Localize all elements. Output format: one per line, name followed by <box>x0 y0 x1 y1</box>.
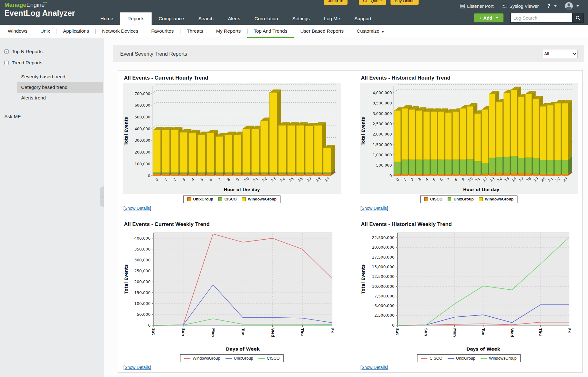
chart-legend: WindowsGroupUnixGroupCISCO <box>180 354 284 362</box>
svg-text:17,500,000: 17,500,000 <box>372 255 394 259</box>
legend-item: UnixGroup <box>187 197 213 201</box>
sidebar-group-top-n-reports[interactable]: + Top N Reports <box>0 46 104 57</box>
subnav-network-devices[interactable]: Network Devices <box>95 25 144 38</box>
svg-text:200,000: 200,000 <box>134 150 150 154</box>
svg-text:300,000: 300,000 <box>134 257 151 262</box>
sidebar-item-category-based-trend[interactable]: Category based trend <box>17 82 103 93</box>
historical-weekly-trend-chart: 02,500,0005,000,0007,500,00010,000,00012… <box>360 229 578 353</box>
report-toolbar: Event Severity Trend Reports All <box>113 45 584 62</box>
svg-text:Sun: Sun <box>181 328 185 336</box>
utility-bar: Listener Port Syslog Viewer ? <box>456 2 583 10</box>
svg-text:20,000,000: 20,000,000 <box>372 245 394 250</box>
svg-text:Fri: Fri <box>567 328 571 333</box>
legend-label: UnixGroup <box>454 197 474 201</box>
svg-text:Total Events: Total Events <box>361 117 366 145</box>
chart-card-historical-weekly: All Events - Historical Weekly Trend 02,… <box>360 221 578 370</box>
legend-item: WindowsGroup <box>242 197 276 201</box>
collapse-minus-icon[interactable]: − <box>4 61 9 65</box>
chart-card-current-weekly: All Events - Current Weekly Trend 050,00… <box>123 221 341 370</box>
report-filter-select[interactable]: All <box>543 50 577 58</box>
legend-swatch <box>424 197 428 201</box>
sidebar-collapse-handle[interactable]: ‹ <box>100 186 104 207</box>
nav-reports[interactable]: Reports <box>120 12 151 25</box>
magnifier-icon <box>576 16 581 21</box>
get-quote-button[interactable]: Get Quote <box>359 0 386 5</box>
logo-manage: Manage <box>4 2 26 8</box>
legend-label: CISCO <box>430 356 442 361</box>
svg-text:Sat: Sat <box>395 328 399 335</box>
sidebar-item-ask-me[interactable]: Ask ME <box>0 111 104 122</box>
search-button[interactable] <box>572 13 584 23</box>
add-button-label: + Add <box>479 15 492 21</box>
svg-text:250,000: 250,000 <box>134 268 151 273</box>
svg-text:1,500,000: 1,500,000 <box>372 143 392 147</box>
svg-text:Total Events: Total Events <box>361 264 366 294</box>
nav-settings[interactable]: Settings <box>285 12 317 25</box>
expand-plus-icon[interactable]: + <box>4 49 9 54</box>
chart-card-current-hourly: All Events - Current Hourly Trend 0100,0… <box>123 75 341 211</box>
svg-text:0: 0 <box>390 174 392 178</box>
legend-item: UnixGroup <box>448 197 474 201</box>
legend-swatch <box>218 197 222 201</box>
legend-item: WindowsGroup <box>481 356 517 361</box>
syslog-viewer-link[interactable]: Syslog Viewer <box>498 3 543 9</box>
nav-correlation[interactable]: Correlation <box>247 12 285 25</box>
subnav-threats[interactable]: Threats <box>180 25 210 38</box>
svg-text:3,000,000: 3,000,000 <box>372 112 392 116</box>
sidebar-group-trend-reports[interactable]: − Trend Reports <box>0 57 104 68</box>
svg-text:2,500,000: 2,500,000 <box>374 313 394 318</box>
page-title: Event Severity Trend Reports <box>120 51 187 57</box>
syslog-viewer-icon <box>502 4 507 8</box>
subnav-my-reports[interactable]: My Reports <box>210 25 247 38</box>
legend-item: UnixGroup <box>226 356 253 361</box>
historical-hourly-trend-chart: 0500,0001,000,0001,500,0002,000,0002,500… <box>360 83 578 194</box>
show-details-link[interactable]: [Show Details] <box>123 206 151 211</box>
svg-text:Total Events: Total Events <box>124 264 129 294</box>
listener-port-link[interactable]: Listener Port <box>456 3 498 9</box>
subnav-customize[interactable]: Customize <box>350 25 390 38</box>
buy-online-button[interactable]: Buy Online <box>390 0 419 5</box>
legend-item: UnixGroup <box>448 356 475 361</box>
legend-item: WindowsGroup <box>184 356 220 361</box>
reports-subnav: Windows Unix Applications Network Device… <box>0 25 588 38</box>
show-details-link[interactable]: [Show Details] <box>360 206 388 211</box>
subnav-favourites[interactable]: Favourites <box>145 25 180 38</box>
sidebar-item-alerts-trend[interactable]: Alerts trend <box>17 93 103 103</box>
chart-title: All Events - Historical Weekly Trend <box>361 221 578 228</box>
show-details-link[interactable]: [Show Details] <box>123 365 151 370</box>
nav-home[interactable]: Home <box>93 12 120 25</box>
legend-swatch <box>481 358 487 359</box>
jump-to-button[interactable]: Jump To <box>324 0 348 5</box>
product-name: EventLog Analyzer <box>4 9 75 18</box>
log-search-input[interactable] <box>510 13 572 23</box>
legend-label: CISCO <box>267 356 280 361</box>
svg-text:Thu: Thu <box>300 328 304 336</box>
sidebar-item-severity-based-trend[interactable]: Severity based trend <box>17 71 103 82</box>
user-menu[interactable] <box>561 2 583 10</box>
chevron-down-icon <box>577 5 579 7</box>
svg-text:Days of Week: Days of Week <box>466 347 500 352</box>
add-button[interactable]: + Add <box>474 13 504 22</box>
nav-compliance[interactable]: Compliance <box>152 12 191 25</box>
svg-text:1,000,000: 1,000,000 <box>372 153 392 157</box>
app-logo: ManageEngine EventLog Analyzer <box>4 2 75 18</box>
legend-swatch <box>226 358 232 359</box>
subnav-user-based-reports[interactable]: User Based Reports <box>294 25 350 38</box>
nav-search[interactable]: Search <box>191 12 221 25</box>
nav-support[interactable]: Support <box>347 12 378 25</box>
svg-text:Mon: Mon <box>453 328 457 337</box>
subnav-applications[interactable]: Applications <box>57 25 96 38</box>
chart-title: All Events - Historical Hourly Trend <box>361 75 578 81</box>
subnav-windows[interactable]: Windows <box>1 25 34 38</box>
help-menu[interactable]: ? <box>543 3 561 9</box>
nav-alerts[interactable]: Alerts <box>221 12 248 25</box>
svg-text:7,500,000: 7,500,000 <box>374 293 394 298</box>
subnav-unix[interactable]: Unix <box>34 25 57 38</box>
show-details-link[interactable]: [Show Details] <box>360 365 388 370</box>
chart-card-historical-hourly: All Events - Historical Hourly Trend 050… <box>360 75 578 211</box>
sidebar-group-label: Trend Reports <box>12 60 43 66</box>
nav-log-me[interactable]: Log Me <box>317 12 347 25</box>
subnav-customize-label: Customize <box>357 28 379 34</box>
subnav-top-and-trends[interactable]: Top And Trends <box>247 25 294 38</box>
legend-swatch <box>184 358 190 359</box>
